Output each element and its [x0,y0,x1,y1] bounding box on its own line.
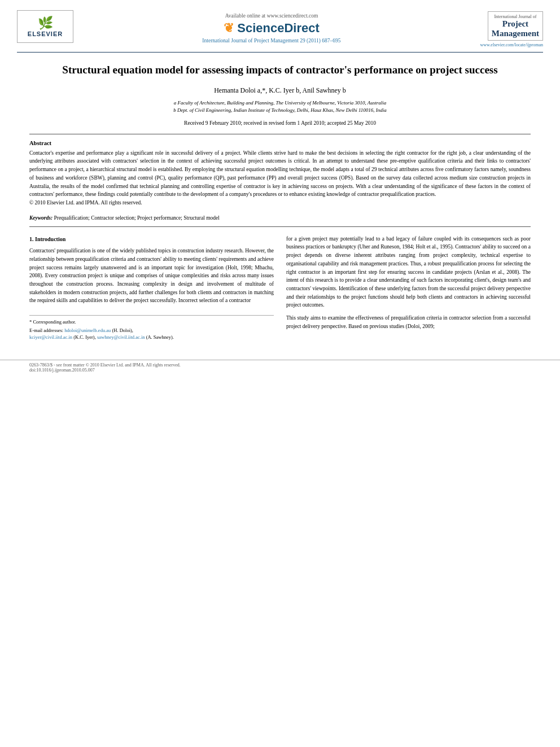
sciencedirect-area: Available online at www.sciencedirect.co… [90,10,453,43]
email-label: E-mail addresses: [29,327,63,333]
footer-issn: 0263-7863/$ - see front matter © 2010 El… [29,362,531,368]
footnote-corresponding: * Corresponding author. [29,319,274,326]
author-list: Hemanta Doloi a,*, K.C. Iyer b, Anil Saw… [214,86,346,94]
intro-heading: 1. Introduction [29,235,274,244]
elsevier-logo: 🌿 ELSEVIER [17,10,73,43]
email-link-3[interactable]: sawhney@civil.iitd.ac.in [97,334,145,340]
page-footer: 0263-7863/$ - see front matter © 2010 El… [0,360,560,375]
paper-content: Structural equation model for assessing … [0,53,560,354]
email-link-2[interactable]: kciyer@civil.iitd.ac.in [29,334,72,340]
abstract-top-divider [29,134,531,134]
available-online-text: Available online at www.sciencedirect.co… [90,13,453,19]
intro-col-right: for a given project may potentially lead… [286,235,531,343]
sd-name: ScienceDirect [237,21,320,36]
authors: Hemanta Doloi a,*, K.C. Iyer b, Anil Saw… [29,86,531,95]
footnote-emails: E-mail addresses: hdoloi@unimelb.edu.au … [29,327,274,341]
abstract-label: Abstract [29,140,531,146]
journal-title-box: International Journal of Project Managem… [488,11,543,41]
copyright-notice: © 2010 Elsevier Ltd. and IPMA. All right… [29,200,142,206]
journal-reference: International Journal of Project Managem… [90,38,453,43]
received-dates: Received 9 February 2010; received in re… [29,120,531,126]
email1-name: (H. Doloi), [112,327,133,333]
journal-intl-label: International Journal of [492,14,539,19]
affiliation-b: b Dept. of Civil Engineering, Indian Ins… [29,107,531,115]
abstract-section: Abstract Contactor's expertise and perfo… [29,140,531,207]
journal-url: www.elsevier.com/locate/ijproman [453,42,543,47]
elsevier-logo-area: 🌿 ELSEVIER [17,10,90,43]
paper-title: Structural equation model for assessing … [29,63,531,77]
keywords-label: Keywords: [29,215,53,221]
keywords-line: Keywords: Prequalification; Contractor s… [29,215,531,221]
intro-para-right-1: for a given project may potentially lead… [286,235,531,309]
two-column-body: 1. Introduction Contractors' prequalific… [29,235,531,343]
sd-icon: ❦ [224,21,234,36]
email2-name: (K.C. Iyer), [73,334,96,340]
intro-para-right-2: This study aims to examine the effective… [286,314,531,330]
intro-col-left: 1. Introduction Contractors' prequalific… [29,235,274,343]
header: 🌿 ELSEVIER Available online at www.scien… [0,0,560,47]
intro-para-left: Contractors' prequalification is one of … [29,247,274,305]
sciencedirect-logo: ❦ ScienceDirect [90,21,453,36]
elsevier-wordmark: ELSEVIER [28,30,63,37]
affiliation-a: a Faculty of Architecture, Building and … [29,99,531,107]
email-link-1[interactable]: hdoloi@unimelb.edu.au [64,327,111,333]
footer-doi: doi:10.1016/j.ijproman.2010.05.007 [29,368,531,373]
footnote-area: * Corresponding author. E-mail addresses… [29,315,274,341]
page: 🌿 ELSEVIER Available online at www.scien… [0,0,560,747]
keywords-bottom-divider [29,226,531,227]
elsevier-tree-icon: 🌿 [38,16,53,30]
affiliations: a Faculty of Architecture, Building and … [29,99,531,115]
journal-main-title: Project Management [492,19,539,38]
abstract-body: Contactor's expertise and performance pl… [29,149,531,207]
keywords-text: Prequalification; Contractor selection; … [54,215,220,221]
journal-box-area: International Journal of Project Managem… [453,10,543,47]
email3-name: (A. Sawhney). [146,334,174,340]
